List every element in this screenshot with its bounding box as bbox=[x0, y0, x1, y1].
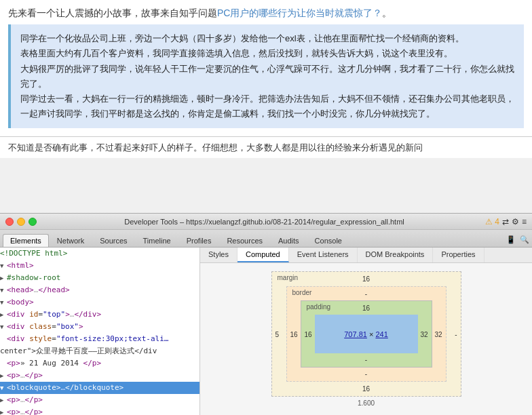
article-line4: 同学过去一看，大妈在一行一行的精挑细选，顿时一身冷汗。把筛选办法告知后，大妈不但… bbox=[20, 92, 514, 121]
dom-line[interactable]: ▼<body> bbox=[0, 296, 200, 309]
tab-audits[interactable]: Audits bbox=[271, 234, 307, 247]
border-right-value: 32 bbox=[434, 330, 442, 338]
tab-timeline[interactable]: Timeline bbox=[136, 234, 178, 247]
bottom-text: 不知道是否确有此事，不过看起来好吓人的样子。仔细想想，大多数人都是用以往的经验来… bbox=[0, 137, 532, 158]
intro-text: 先来看一个让人震撼的小故事，故事来自知乎问题 bbox=[8, 7, 217, 18]
tab-console[interactable]: Console bbox=[307, 234, 349, 247]
border-label: border bbox=[292, 289, 312, 296]
more-icon[interactable]: ≡ bbox=[522, 217, 527, 226]
settings-icon[interactable]: ⚙ bbox=[512, 217, 519, 226]
article-line2: 表格里面大约有几百个客户资料，我同学直接筛选填入信息，然后没找到，就转头告诉大妈… bbox=[20, 46, 514, 61]
intro-end: 。 bbox=[382, 7, 392, 18]
dom-line[interactable]: <p>» 21 Aug 2014 </p> bbox=[0, 357, 200, 370]
article-line3: 大妈很严厉的批评了我同学，说年轻人干工作一定要沉的住气，心浮气躁可不行。这才几分… bbox=[20, 62, 514, 92]
article-block: 同学在一个化妆品公司上班，旁边一个大妈（四十多岁）发给他一个exl表，让他在里面… bbox=[8, 24, 524, 128]
right-panel: Styles Computed Event Listeners DOM Brea… bbox=[200, 248, 532, 415]
padding-top-value: 16 bbox=[362, 304, 370, 312]
content-width[interactable]: 707.81 bbox=[344, 330, 367, 338]
tab-profiles[interactable]: Profiles bbox=[179, 234, 219, 247]
content-size: 707.81 × 241 bbox=[344, 330, 388, 338]
elements-panel: <!DOCTYPE html> ▼<html> ▶#shadow-root ▼<… bbox=[0, 248, 200, 415]
style-tab-computed[interactable]: Computed bbox=[238, 248, 289, 262]
margin-left-value: 5 bbox=[276, 330, 280, 338]
devtools-titlebar: Developer Tools – https://xuelangzf.gith… bbox=[0, 214, 532, 230]
style-tabs: Styles Computed Event Listeners DOM Brea… bbox=[200, 248, 532, 263]
style-tab-dom-breakpoints[interactable]: DOM Breakpoints bbox=[358, 248, 434, 262]
top-content: 先来看一个让人震撼的小故事，故事来自知乎问题PC用户的哪些行为让你当时就震惊了？… bbox=[0, 0, 532, 137]
box-model-area: margin 16 16 5 - border - - 16 32 bbox=[200, 263, 532, 415]
dom-line[interactable]: ▼<div class="box"> bbox=[0, 321, 200, 333]
scale-value: 1.600 bbox=[358, 399, 375, 407]
magnify-icon[interactable]: 🔍 bbox=[520, 235, 529, 244]
style-tab-styles[interactable]: Styles bbox=[200, 248, 238, 262]
border-left-value: 16 bbox=[290, 330, 298, 338]
padding-left-value: 16 bbox=[305, 330, 312, 338]
content-box: 707.81 × 241 bbox=[315, 315, 418, 353]
dom-line[interactable]: ▶<div id="top">…</div> bbox=[0, 309, 200, 321]
border-top-value: - bbox=[365, 290, 367, 298]
tab-resources[interactable]: Resources bbox=[219, 234, 270, 247]
tab-sources[interactable]: Sources bbox=[92, 234, 134, 247]
dom-line[interactable]: ▶<p>…</p> bbox=[0, 394, 200, 406]
style-tab-properties[interactable]: Properties bbox=[433, 248, 484, 262]
zhihu-link[interactable]: PC用户的哪些行为让你当时就震惊了？ bbox=[217, 7, 382, 18]
traffic-light-red[interactable] bbox=[5, 218, 14, 226]
devtools-icons: ⚠ 4 ⇄ ⚙ ≡ bbox=[485, 217, 527, 226]
box-model: margin 16 16 5 - border - - 16 32 bbox=[271, 271, 461, 397]
dom-line[interactable]: ▼<html> bbox=[0, 260, 200, 272]
margin-top-value: 16 bbox=[362, 275, 370, 283]
article-line1: 同学在一个化妆品公司上班，旁边一个大妈（四十多岁）发给他一个exl表，让他在里面… bbox=[20, 31, 514, 46]
devtools-tabbar: Elements Network Sources Timeline Profil… bbox=[0, 230, 532, 248]
padding-bottom-value: - bbox=[365, 356, 367, 363]
devtools-title: Developer Tools – https://xuelangzf.gith… bbox=[43, 218, 485, 226]
margin-label: margin bbox=[278, 274, 299, 281]
padding-right-value: 32 bbox=[420, 330, 428, 338]
dom-line[interactable]: ▶<p>…</p> bbox=[0, 370, 200, 382]
tab-network[interactable]: Network bbox=[50, 234, 92, 247]
dom-line: <!DOCTYPE html> bbox=[0, 248, 200, 260]
padding-label: padding bbox=[307, 303, 331, 311]
mobile-icon[interactable]: 📱 bbox=[506, 235, 516, 244]
dom-line[interactable]: ▶#shadow-root bbox=[0, 272, 200, 284]
padding-box: padding 16 - 16 32 707.81 × bbox=[301, 300, 432, 368]
devtools-body: <!DOCTYPE html> ▼<html> ▶#shadow-root ▼<… bbox=[0, 248, 532, 415]
traffic-lights bbox=[5, 218, 37, 226]
dom-line[interactable]: ▼<head>…</head> bbox=[0, 284, 200, 296]
dom-line[interactable]: <div style="font-size:30px;text-ali… bbox=[0, 333, 200, 345]
traffic-light-yellow[interactable] bbox=[17, 218, 25, 226]
warning-icon: ⚠ 4 bbox=[485, 217, 499, 226]
devtools-window: Developer Tools – https://xuelangzf.gith… bbox=[0, 213, 532, 415]
tab-elements[interactable]: Elements bbox=[3, 234, 49, 247]
content-x: × bbox=[369, 330, 375, 338]
style-tab-event-listeners[interactable]: Event Listeners bbox=[289, 248, 358, 262]
dom-line-blockquote[interactable]: ▼<blockquote>…</blockquote> bbox=[0, 382, 200, 394]
border-bottom-value: - bbox=[365, 370, 367, 378]
dom-line[interactable]: ▶<p>…</p> bbox=[0, 406, 200, 415]
margin-bottom-value: 16 bbox=[362, 385, 370, 393]
content-height[interactable]: 241 bbox=[375, 330, 387, 338]
border-box: border - - 16 32 padding 16 - 16 bbox=[286, 286, 446, 382]
margin-right-value: - bbox=[455, 330, 457, 338]
traffic-light-green[interactable] bbox=[28, 218, 37, 226]
inspect-icon[interactable]: ⇄ bbox=[502, 217, 509, 226]
dom-line[interactable]: center">众里寻她千百度——正则表达式</div bbox=[0, 345, 200, 357]
